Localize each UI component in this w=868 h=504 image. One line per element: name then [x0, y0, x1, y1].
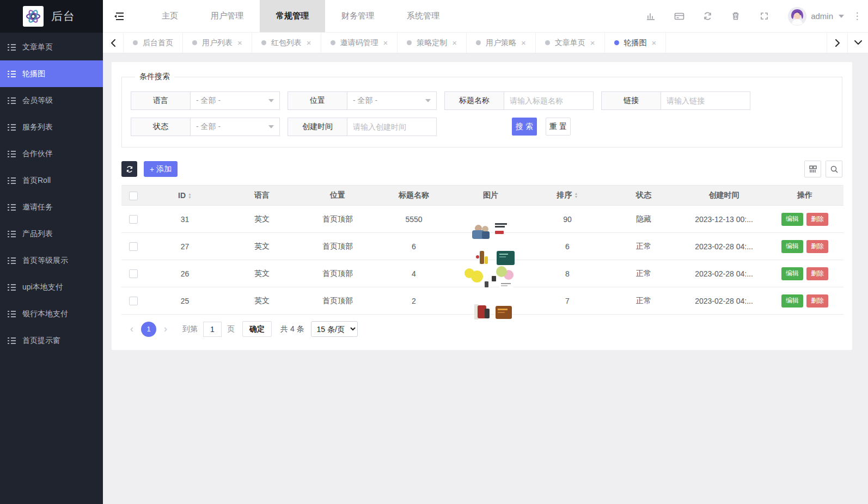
topnav-user-management[interactable]: 用户管理	[194, 0, 260, 32]
row-checkbox[interactable]	[129, 242, 138, 251]
sidebar-item-label: 首页等级展示	[22, 256, 68, 266]
tab-carousel[interactable]: 轮播图×	[605, 33, 667, 53]
close-tab-icon[interactable]: ×	[652, 39, 657, 47]
tab-user-strategy[interactable]: 用户策略×	[467, 33, 536, 53]
sidebar-item-member-level[interactable]: 会员等级	[0, 87, 103, 114]
next-page-icon[interactable]: ›	[157, 323, 174, 335]
column-settings-icon[interactable]	[804, 161, 821, 177]
toggle-search-icon[interactable]	[826, 161, 842, 177]
fullscreen-icon[interactable]	[750, 0, 778, 32]
refresh-icon[interactable]	[693, 0, 722, 32]
row-checkbox[interactable]	[129, 297, 138, 305]
chart-icon[interactable]	[637, 0, 665, 32]
confirm-page-button[interactable]: 确定	[242, 321, 272, 337]
add-button[interactable]: +添加	[144, 161, 178, 177]
open-tabs: 后台首页 用户列表× 红包列表× 邀请码管理× 策略定制× 用户策略× 文章单页…	[124, 33, 666, 53]
topnav-finance-management[interactable]: 财务管理	[325, 0, 390, 32]
close-tab-icon[interactable]: ×	[590, 39, 595, 47]
row-checkbox[interactable]	[129, 215, 138, 224]
language-select[interactable]: - 全部 -	[190, 91, 280, 110]
total-count-label: 共 4 条	[280, 324, 304, 334]
sidebar-item-product-list[interactable]: 产品列表	[0, 220, 103, 247]
delete-button[interactable]: 删除	[806, 267, 828, 280]
link-input[interactable]	[667, 92, 744, 109]
col-image: 图片	[452, 186, 529, 206]
cell-language: 英文	[224, 233, 299, 260]
sidebar-item-label: 首页Roll	[22, 176, 51, 186]
close-tab-icon[interactable]: ×	[237, 39, 242, 47]
sidebar-item-article-page[interactable]: 文章单页	[0, 34, 103, 60]
sort-icon[interactable]: ▲▼	[188, 193, 192, 199]
close-tab-icon[interactable]: ×	[521, 39, 526, 47]
page-number-button[interactable]: 1	[141, 322, 156, 337]
select-all-checkbox[interactable]	[129, 192, 138, 200]
delete-button[interactable]: 删除	[806, 213, 828, 226]
title-input[interactable]	[510, 92, 588, 109]
edit-button[interactable]: 编辑	[781, 240, 803, 253]
prev-page-icon[interactable]: ‹	[124, 323, 140, 335]
search-button[interactable]: 搜 索	[512, 118, 537, 136]
created-filter: 创建时间	[288, 118, 437, 136]
tab-invite-code[interactable]: 邀请码管理×	[321, 33, 398, 53]
cell-created: 2023-02-28 04:...	[682, 233, 766, 260]
tab-article-page[interactable]: 文章单页×	[536, 33, 605, 53]
tabs-scroll-left-icon[interactable]	[103, 33, 124, 53]
sidebar-item-invite-task[interactable]: 邀请任务	[0, 194, 103, 220]
collapse-sidebar-icon[interactable]	[103, 0, 136, 32]
tab-user-list[interactable]: 用户列表×	[183, 33, 252, 53]
cell-id: 25	[145, 287, 224, 315]
edit-button[interactable]: 编辑	[781, 213, 803, 226]
delete-button[interactable]: 删除	[806, 240, 828, 253]
tab-dashboard[interactable]: 后台首页	[124, 33, 183, 53]
trash-icon[interactable]	[722, 0, 750, 32]
tabs-menu-icon[interactable]	[847, 33, 868, 53]
row-checkbox[interactable]	[129, 269, 138, 278]
topnav-label: 用户管理	[211, 11, 243, 21]
position-select[interactable]: - 全部 -	[347, 91, 437, 110]
tab-label: 邀请码管理	[340, 38, 378, 48]
tab-strategy-custom[interactable]: 策略定制×	[398, 33, 467, 53]
list-icon	[8, 97, 16, 104]
tabs-scroll-right-icon[interactable]	[827, 33, 847, 53]
topnav-home[interactable]: 主页	[145, 0, 194, 32]
list-icon	[8, 177, 16, 184]
cell-title: 4	[376, 260, 452, 287]
plus-icon: +	[150, 165, 154, 174]
status-select[interactable]: - 全部 -	[190, 118, 280, 136]
sort-icon[interactable]: ▲▼	[574, 192, 578, 199]
topnav-general-management[interactable]: 常规管理	[260, 0, 325, 32]
edit-button[interactable]: 编辑	[781, 294, 803, 308]
sidebar-item-home-roll[interactable]: 首页Roll	[0, 167, 103, 194]
sidebar-item-carousel[interactable]: 轮播图	[0, 60, 103, 87]
sidebar: 后台 文章单页 轮播图 会员等级 服务列表 合作伙伴 首页Roll 邀请任务 产…	[0, 0, 103, 504]
title-input-wrap	[504, 91, 594, 110]
sidebar-item-bank-payment[interactable]: 银行本地支付	[0, 300, 103, 327]
reset-button[interactable]: 重 置	[546, 118, 571, 136]
sidebar-item-home-popup[interactable]: 首页提示窗	[0, 327, 103, 354]
user-menu[interactable]: admin	[778, 7, 849, 26]
created-input-wrap	[347, 118, 437, 136]
chevron-down-icon	[268, 99, 274, 102]
close-tab-icon[interactable]: ×	[383, 39, 388, 47]
sidebar-item-label: upi本地支付	[22, 282, 63, 292]
topnav-system-management[interactable]: 系统管理	[390, 0, 456, 32]
page-size-select[interactable]: 15 条/页	[311, 321, 358, 337]
cell-title: 2	[376, 287, 452, 315]
close-tab-icon[interactable]: ×	[452, 39, 457, 47]
page-input[interactable]	[203, 322, 222, 337]
sidebar-item-home-level-display[interactable]: 首页等级展示	[0, 247, 103, 274]
sidebar-item-service-list[interactable]: 服务列表	[0, 114, 103, 140]
close-tab-icon[interactable]: ×	[307, 39, 311, 47]
edit-button[interactable]: 编辑	[781, 267, 803, 280]
more-vertical-icon[interactable]: ⋮	[849, 10, 865, 22]
carousel-panel: 条件搜索 语言 - 全部 - 位置 - 全部 - 标题名称	[112, 62, 852, 350]
status-select-value: - 全部 -	[196, 122, 221, 132]
table-row: 31 英文 首页顶部 5550 90 隐藏 2023-12-13 00:... …	[121, 206, 843, 233]
created-input[interactable]	[353, 118, 431, 136]
card-icon[interactable]	[665, 0, 693, 32]
tab-redpacket-list[interactable]: 红包列表×	[252, 33, 321, 53]
sidebar-item-partners[interactable]: 合作伙伴	[0, 140, 103, 167]
delete-button[interactable]: 删除	[806, 294, 828, 308]
sidebar-item-upi-payment[interactable]: upi本地支付	[0, 274, 103, 300]
refresh-table-button[interactable]	[121, 161, 137, 177]
